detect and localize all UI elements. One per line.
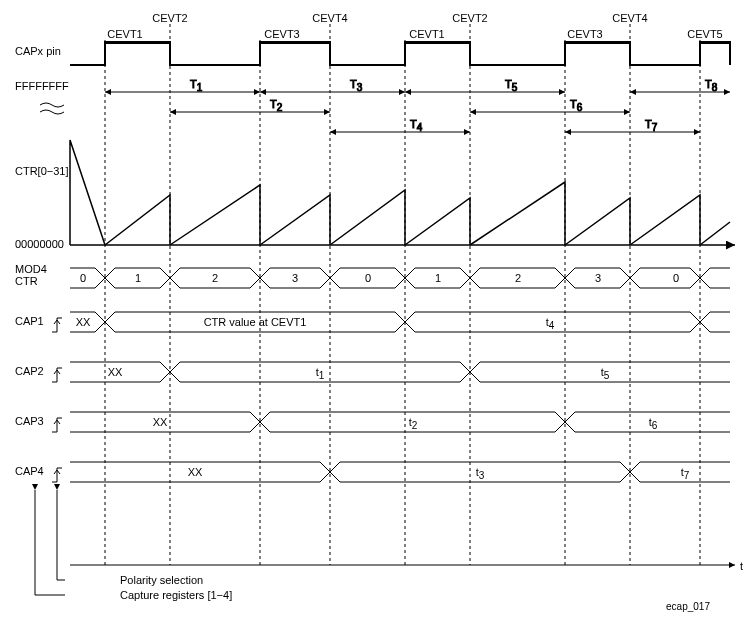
- figure-id: ecap_017: [666, 601, 710, 612]
- edge-icon: [52, 368, 62, 382]
- svg-text:T7: T7: [645, 118, 658, 133]
- mod4-bus: [70, 268, 730, 288]
- svg-text:T5: T5: [505, 78, 518, 93]
- svg-text:CEVT2: CEVT2: [452, 12, 487, 24]
- timing-diagram: CEVT1 CEVT2 CEVT3 CEVT4 CEVT1 CEVT2 CEVT…: [10, 10, 750, 620]
- cap3-v2: t6: [649, 416, 658, 431]
- svg-text:T2: T2: [270, 98, 283, 113]
- edge-icon: [52, 318, 62, 332]
- svg-text:3: 3: [292, 272, 298, 284]
- svg-text:T6: T6: [570, 98, 583, 113]
- cap1-label: CAP1: [15, 315, 44, 327]
- edge-icon: [52, 418, 62, 432]
- cap4-v2: t7: [681, 466, 690, 481]
- axis-break-icon: [40, 103, 64, 114]
- svg-text:0: 0: [80, 272, 86, 284]
- cap1-bus: [70, 312, 730, 332]
- time-label: t: [740, 560, 743, 572]
- ctr-label: CTR: [15, 275, 38, 287]
- svg-text:CEVT4: CEVT4: [312, 12, 347, 24]
- mod4-label: MOD4: [15, 263, 47, 275]
- svg-text:CEVT3: CEVT3: [567, 28, 602, 40]
- zeros-label: 00000000: [15, 238, 64, 250]
- svg-text:0: 0: [673, 272, 679, 284]
- cap1-v1: CTR value at CEVT1: [204, 316, 307, 328]
- svg-text:CEVT3: CEVT3: [264, 28, 299, 40]
- cap2-bus: [70, 362, 730, 382]
- svg-text:T4: T4: [410, 118, 423, 133]
- bracket-icon: [35, 490, 65, 595]
- cap4-v0: XX: [188, 466, 203, 478]
- capx-wave: [70, 43, 730, 65]
- svg-text:0: 0: [365, 272, 371, 284]
- svg-text:CEVT5: CEVT5: [687, 28, 722, 40]
- svg-text:1: 1: [435, 272, 441, 284]
- cap4-v1: t3: [476, 466, 485, 481]
- cap4-label: CAP4: [15, 465, 44, 477]
- cap2-v2: t5: [601, 366, 610, 381]
- svg-text:3: 3: [595, 272, 601, 284]
- svg-text:CEVT1: CEVT1: [107, 28, 142, 40]
- cap2-v0: XX: [108, 366, 123, 378]
- cap1-v2: t4: [546, 316, 555, 331]
- cap3-bus: [70, 412, 730, 432]
- svg-text:CEVT2: CEVT2: [152, 12, 187, 24]
- svg-text:2: 2: [212, 272, 218, 284]
- period-arrows: T1 T2 T3 T4 T5 T6 T7 T8: [105, 78, 730, 133]
- cap3-v0: XX: [153, 416, 168, 428]
- svg-text:T8: T8: [705, 78, 718, 93]
- cap1-v0: XX: [76, 316, 91, 328]
- cap2-label: CAP2: [15, 365, 44, 377]
- cap3-label: CAP3: [15, 415, 44, 427]
- svg-text:CEVT1: CEVT1: [409, 28, 444, 40]
- cap4-bus: [70, 462, 730, 482]
- ffffffff-label: FFFFFFFF: [15, 80, 69, 92]
- svg-text:CEVT4: CEVT4: [612, 12, 647, 24]
- capx-pin-label: CAPx pin: [15, 45, 61, 57]
- polarity-label: Polarity selection: [120, 574, 203, 586]
- capreg-label: Capture registers [1−4]: [120, 589, 232, 601]
- ctr-range-label: CTR[0−31]: [15, 165, 69, 177]
- cap2-v1: t1: [316, 366, 325, 381]
- svg-text:T1: T1: [190, 78, 203, 93]
- svg-text:T3: T3: [350, 78, 363, 93]
- guides: [105, 24, 700, 565]
- svg-text:1: 1: [135, 272, 141, 284]
- cap3-v1: t2: [409, 416, 418, 431]
- svg-text:2: 2: [515, 272, 521, 284]
- edge-icon: [52, 468, 62, 482]
